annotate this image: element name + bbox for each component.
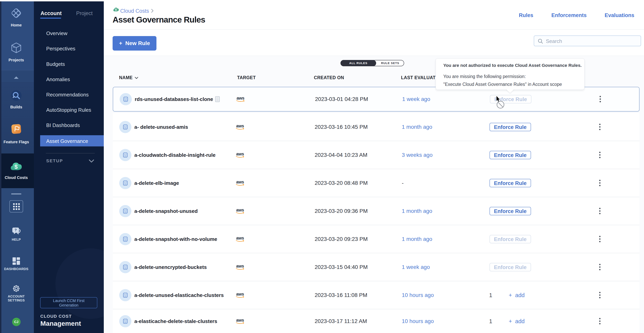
svg-text:$: $ [115,8,117,11]
svg-text:$: $ [14,163,18,170]
svg-text:?: ? [15,228,17,232]
